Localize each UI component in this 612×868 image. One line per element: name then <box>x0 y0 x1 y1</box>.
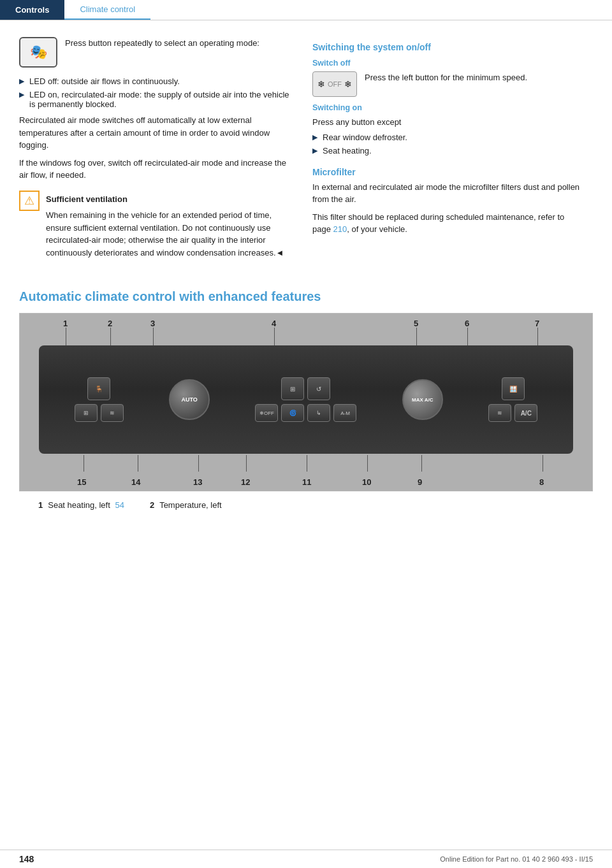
fan-low-icon: ≋ <box>110 410 115 416</box>
breadcrumb-controls: Controls <box>0 0 64 20</box>
snowflake2-icon: ❄ <box>344 79 352 89</box>
panel-btn-airflow: ↳ <box>307 404 330 422</box>
main-content: 🎭 Press button repeatedly to select an o… <box>0 20 612 283</box>
left-temp-knob[interactable]: AUTO <box>169 379 210 420</box>
panel-center-section: ⊞ ↺ ❄OFF 🌀 ↳ <box>255 377 356 422</box>
car-panel-body: 🪑 ⊞ ≋ AUTO <box>39 345 573 454</box>
microfilter-text2: This filter should be replaced during sc… <box>312 211 580 236</box>
panel-btn-grid: ⊞ <box>75 404 98 422</box>
fan-icon: 🌀 <box>289 410 296 416</box>
switching-on-text: Press any button except <box>312 116 580 129</box>
page-header: Controls Climate control <box>0 0 612 20</box>
bullet-led-off: ▶ LED off: outside air flows in continuo… <box>19 76 293 86</box>
panel-num-2: 2 <box>108 319 112 328</box>
right-buttons-bottom: ≋ A/C <box>488 404 537 422</box>
grid-icon: ⊞ <box>84 410 89 416</box>
ac-off-icon: ❄OFF <box>259 410 274 416</box>
switching-on-title: Switching on <box>312 103 580 112</box>
caption-text-2: Temperature, left <box>159 500 222 510</box>
panel-num-7: 7 <box>535 319 539 328</box>
microfilter-title: Microfilter <box>312 167 580 177</box>
recirculated-text: Recirculated air mode switches off autom… <box>19 114 293 152</box>
panel-btn-fan: 🌀 <box>281 404 304 422</box>
panel-btn-seat-heated: 🪑 <box>87 377 110 400</box>
bullet-arrow-4: ▶ <box>312 147 317 155</box>
caption-item-2: 2 Temperature, left <box>150 500 222 510</box>
connector-8 <box>543 455 543 472</box>
panel-left-buttons-bottom: ⊞ ≋ <box>75 404 124 422</box>
panel-num-11: 11 <box>302 477 311 487</box>
rear-defroster-text: Rear window defroster. <box>323 133 407 142</box>
connector-6 <box>467 328 468 347</box>
caption-label-1: Seat heating, left <box>48 500 110 510</box>
bullet-seat-heating: ▶ Seat heating. <box>312 146 580 156</box>
caption-link-1[interactable]: 54 <box>115 500 124 510</box>
panel-num-12: 12 <box>241 477 250 487</box>
switch-off-section: ❄ OFF ❄ Press the left button for the mi… <box>312 71 580 97</box>
bullet-led-on: ▶ LED on, recirculated-air mode: the sup… <box>19 90 293 109</box>
connector-10 <box>367 455 368 472</box>
defrost-front-icon: ⊞ <box>290 386 295 393</box>
warning-section: ⚠ Sufficient ventilation When remaining … <box>19 189 293 263</box>
center-buttons-bottom: ❄OFF 🌀 ↳ A-M <box>255 404 356 422</box>
panel-btn-recirc: ↺ <box>307 377 330 400</box>
fog-text: If the windows fog over, switch off reci… <box>19 157 293 182</box>
bullet-arrow-3: ▶ <box>312 133 317 141</box>
connector-7 <box>537 328 538 347</box>
connector-9 <box>421 455 422 472</box>
warning-icon-box: ⚠ <box>19 191 40 211</box>
connector-15 <box>84 455 84 472</box>
controls-label: Controls <box>15 5 49 15</box>
ac-label: A/C <box>521 410 532 417</box>
bullet-rear-defroster: ▶ Rear window defroster. <box>312 133 580 142</box>
microfilter-text3-span: , of your vehicle. <box>347 224 407 234</box>
microfilter-page-link[interactable]: 210 <box>333 224 347 234</box>
airflow-icon: ↳ <box>316 410 321 416</box>
auto-m-icon: A-M <box>340 410 350 416</box>
bottom-section: Automatic climate control with enhanced … <box>0 283 612 523</box>
left-column: 🎭 Press button repeatedly to select an o… <box>19 33 293 270</box>
right-column: Switching the system on/off Switch off ❄… <box>312 33 580 270</box>
connector-3 <box>153 328 154 347</box>
connector-5 <box>416 328 417 347</box>
system-on-off-title: Switching the system on/off <box>312 42 580 52</box>
panel-num-14: 14 <box>131 477 140 487</box>
warning-content: Sufficient ventilation When remaining in… <box>46 189 293 263</box>
right-temp-knob[interactable]: MAX A/C <box>402 379 443 420</box>
caption-num-1: 1 <box>38 500 43 510</box>
panel-btn-ac: A/C <box>514 404 537 422</box>
page-footer: 148 Online Edition for Part no. 01 40 2 … <box>0 850 612 868</box>
panel-left-buttons-top: 🪑 <box>87 377 110 400</box>
panel-right-section: 🪟 ≋ A/C <box>488 377 537 422</box>
connector-14 <box>138 455 138 472</box>
panel-num-4: 4 <box>272 319 276 328</box>
climate-panel-diagram: 1 2 3 4 5 6 7 🪑 ⊞ <box>19 313 593 491</box>
fan-right-icon: ≋ <box>497 410 502 416</box>
warning-title: Sufficient ventilation <box>46 193 293 206</box>
auto-label: AUTO <box>181 396 197 403</box>
panel-num-9: 9 <box>418 477 422 487</box>
panel-btn-fan-right: ≋ <box>488 404 511 422</box>
switch-off-title: Switch off <box>312 59 580 68</box>
panel-num-15: 15 <box>77 477 86 487</box>
snow-icon: ❄ <box>317 79 325 89</box>
connector-2 <box>110 328 111 347</box>
caption-num-2: 2 <box>150 500 154 510</box>
breadcrumb-climate: Climate control <box>64 0 150 20</box>
panel-btn-rear-heat: 🪟 <box>502 377 525 400</box>
recirculation-icon: 🎭 <box>30 44 47 61</box>
rear-heat-icon: 🪟 <box>509 386 517 393</box>
page-number: 148 <box>19 854 34 864</box>
panel-num-1: 1 <box>63 319 68 328</box>
connector-1 <box>66 328 66 347</box>
seat-heat-icon: 🪑 <box>95 386 103 393</box>
bullet-arrow-1: ▶ <box>19 77 24 85</box>
bullet-arrow-2: ▶ <box>19 90 24 99</box>
caption-text-1: Seat heating, left 54 <box>48 500 124 510</box>
led-off-text: LED off: outside air flows in continuous… <box>29 76 180 86</box>
caption-row: 1 Seat heating, left 54 2 Temperature, l… <box>19 500 593 510</box>
connector-13 <box>198 455 199 472</box>
recirc-icon: ↺ <box>316 386 321 393</box>
panel-num-10: 10 <box>362 477 371 487</box>
caption-item-1: 1 Seat heating, left 54 <box>38 500 124 510</box>
